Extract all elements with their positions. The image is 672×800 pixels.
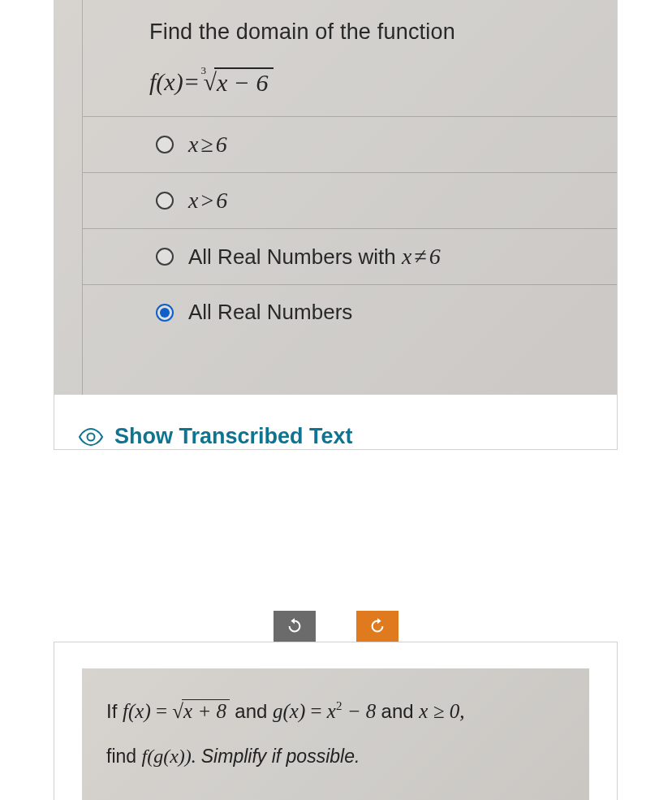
option-row-3[interactable]: All Real Numbers — [83, 284, 617, 339]
show-transcribed-label: Show Transcribed Text — [114, 424, 353, 449]
formula-eq: = — [185, 68, 199, 96]
rotate-left-button[interactable] — [274, 611, 316, 642]
q2-eq2: = — [311, 700, 322, 722]
q2-minus8: − 8 — [342, 700, 376, 722]
question-2-line-2: find f(g(x)). Simplify if possible. — [106, 746, 565, 768]
formula-fx: f(x) — [149, 68, 183, 96]
q2-and2: and — [381, 700, 420, 722]
option-label-0: x≥6 — [188, 132, 227, 158]
rotate-buttons — [54, 611, 618, 642]
question-2-line-1: If f(x) = √ x + 8 and g(x) = x2 − 8 and … — [106, 699, 565, 723]
rotate-right-icon — [368, 617, 386, 635]
question-1-text: Find the domain of the function — [149, 19, 592, 45]
q2-fgx: f(g(x)). — [141, 746, 196, 767]
q2-and1: and — [235, 700, 273, 722]
question-1-prompt: Find the domain of the function f(x) = 3… — [83, 0, 617, 116]
eye-icon — [79, 428, 103, 446]
radicand: x − 6 — [214, 67, 274, 97]
cube-root: 3 √ x − 6 — [204, 67, 274, 97]
option-row-0[interactable]: x≥6 — [83, 116, 617, 172]
question-1-image: Find the domain of the function f(x) = 3… — [54, 0, 617, 395]
root-index: 3 — [201, 64, 207, 77]
radio-3[interactable] — [156, 304, 174, 322]
q2-cond: x ≥ 0, — [419, 700, 464, 722]
radio-1[interactable] — [156, 192, 174, 210]
q2-eq1: = — [156, 700, 167, 722]
option-label-1: x>6 — [188, 188, 227, 214]
question-1-inner: Find the domain of the function f(x) = 3… — [82, 0, 617, 395]
q2-fx: f(x) — [123, 700, 151, 722]
q2-x: x — [327, 700, 336, 722]
q2-radicand: x + 8 — [182, 699, 230, 723]
question-2-image: If f(x) = √ x + 8 and g(x) = x2 − 8 and … — [82, 668, 589, 800]
q2-sqrt: √ x + 8 — [172, 699, 230, 723]
q2-gx: g(x) — [273, 700, 305, 722]
question-card-2: If f(x) = √ x + 8 and g(x) = x2 − 8 and … — [54, 642, 618, 800]
radio-2[interactable] — [156, 248, 174, 266]
option-row-1[interactable]: x>6 — [83, 172, 617, 228]
option-label-3: All Real Numbers — [188, 300, 352, 325]
option-row-2[interactable]: All Real Numbers with x≠6 — [83, 228, 617, 284]
radio-0[interactable] — [156, 136, 174, 154]
show-transcribed-link[interactable]: Show Transcribed Text — [54, 395, 617, 449]
rotate-left-icon — [286, 617, 304, 635]
q2-if: If — [106, 700, 123, 722]
q2-find: find — [106, 746, 141, 767]
question-card-1: Find the domain of the function f(x) = 3… — [54, 0, 618, 450]
option-label-2: All Real Numbers with x≠6 — [188, 244, 441, 270]
rotate-right-button[interactable] — [356, 611, 398, 642]
question-1-formula: f(x) = 3 √ x − 6 — [149, 67, 592, 97]
q2-simplify: Simplify if possible. — [201, 746, 360, 767]
svg-point-0 — [88, 433, 95, 440]
